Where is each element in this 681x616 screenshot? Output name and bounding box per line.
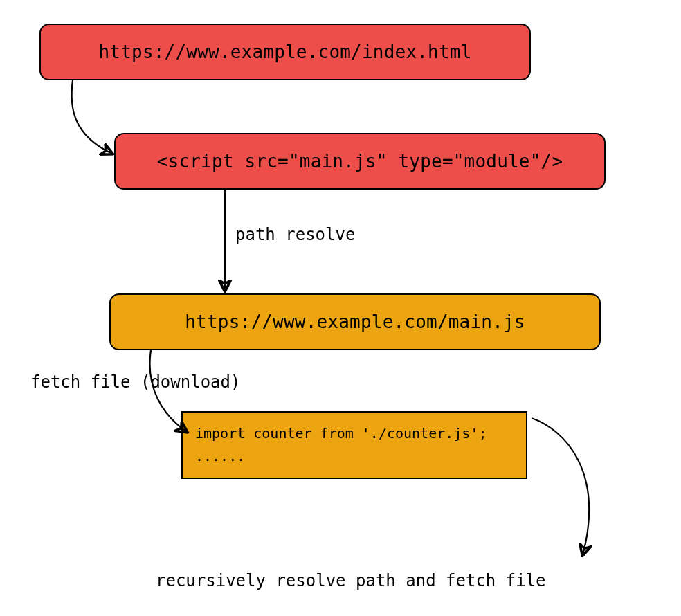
label-path-resolve: path resolve (235, 225, 355, 244)
box-script-tag-text: <script src="main.js" type="module"/> (157, 151, 563, 172)
code-line-ellipsis: ...... (195, 445, 514, 468)
box-script-tag: <script src="main.js" type="module"/> (114, 133, 606, 190)
box-main-js-url-text: https://www.example.com/main.js (185, 311, 525, 332)
code-line-import: import counter from './counter.js'; (195, 422, 514, 445)
box-index-html: https://www.example.com/index.html (39, 24, 531, 80)
box-main-js-url: https://www.example.com/main.js (109, 293, 601, 350)
arrow-index-to-script (72, 80, 112, 154)
arrow-code-to-recursive (532, 418, 589, 555)
box-code-snippet: import counter from './counter.js'; ....… (181, 411, 527, 479)
box-index-html-text: https://www.example.com/index.html (98, 42, 471, 62)
label-fetch-file: fetch file (download) (30, 372, 240, 392)
label-recursive: recursively resolve path and fetch file (156, 571, 546, 590)
